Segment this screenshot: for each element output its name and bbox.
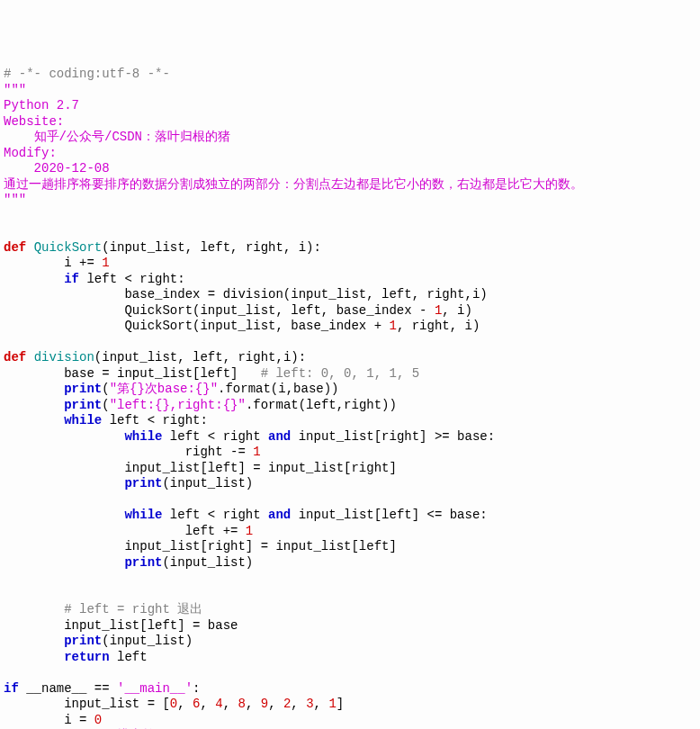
code-token: left < right: bbox=[102, 413, 208, 428]
code-token bbox=[4, 382, 64, 396]
code-token: (input_list) bbox=[102, 634, 193, 648]
code-token bbox=[4, 634, 64, 648]
code-token: while bbox=[64, 413, 102, 428]
code-token bbox=[4, 476, 124, 490]
code-token: print bbox=[64, 398, 102, 412]
code-line bbox=[4, 335, 696, 351]
code-token: input_list[left] = base bbox=[4, 618, 238, 633]
code-token: , bbox=[246, 697, 261, 711]
code-token: 0 bbox=[170, 697, 177, 711]
code-line: # left = right 退出 bbox=[4, 602, 696, 618]
code-token bbox=[4, 602, 64, 616]
code-token: i += bbox=[4, 256, 102, 270]
code-token: ( bbox=[102, 382, 109, 396]
code-token: while bbox=[124, 429, 162, 444]
code-token: 2020-12-08 bbox=[4, 161, 110, 176]
code-token: and bbox=[268, 508, 291, 522]
code-token: """ bbox=[4, 193, 26, 207]
code-token: QuickSort(input_list, left, base_index - bbox=[4, 303, 435, 318]
code-line: """ bbox=[4, 193, 696, 209]
code-token: input_list[left] <= base: bbox=[291, 508, 487, 522]
code-token bbox=[4, 555, 124, 570]
code-token: ] bbox=[337, 697, 344, 711]
code-line bbox=[4, 587, 696, 603]
code-token: "left:{},right:{}" bbox=[110, 398, 246, 412]
code-line: # -*- coding:utf-8 -*- bbox=[4, 67, 696, 83]
code-token: input_list = [ bbox=[4, 697, 170, 711]
code-line: print(input_list) bbox=[4, 476, 696, 492]
code-token: """ bbox=[4, 83, 26, 97]
code-token: left < right bbox=[162, 508, 268, 522]
code-token bbox=[4, 413, 64, 428]
code-line: Modify: bbox=[4, 146, 696, 162]
code-line: if __name__ == '__main__': bbox=[4, 681, 696, 698]
code-token: if bbox=[64, 272, 79, 286]
code-token bbox=[4, 272, 64, 286]
code-token: def bbox=[4, 240, 26, 255]
code-token: , bbox=[291, 697, 306, 711]
code-line: left += 1 bbox=[4, 524, 696, 540]
code-token: ( bbox=[102, 398, 109, 412]
code-token: (input_list, left, right, i): bbox=[102, 240, 321, 255]
code-token: .format(left,right)) bbox=[246, 398, 397, 412]
code-token: 4 bbox=[215, 697, 222, 711]
code-token bbox=[4, 650, 64, 664]
code-line bbox=[4, 665, 696, 681]
python-code-block: # -*- coding:utf-8 -*-"""Python 2.7Websi… bbox=[4, 67, 696, 729]
code-line: base_index = division(input_list, left, … bbox=[4, 287, 696, 303]
code-token: base_index = division(input_list, left, … bbox=[4, 287, 488, 302]
code-line: def QuickSort(input_list, left, right, i… bbox=[4, 240, 696, 256]
code-token: .format(i,base)) bbox=[218, 382, 338, 396]
code-token: # -*- coding:utf-8 -*- bbox=[4, 67, 170, 81]
code-line: input_list[left] = base bbox=[4, 618, 696, 634]
code-token: left < right: bbox=[79, 272, 185, 286]
code-line: input_list[left] = input_list[right] bbox=[4, 461, 696, 477]
code-line: print("left:{},right:{}".format(left,rig… bbox=[4, 398, 696, 414]
code-line: while left < right and input_list[left] … bbox=[4, 508, 696, 524]
code-token: 1 bbox=[389, 319, 396, 333]
code-line: print(input_list) bbox=[4, 634, 696, 650]
code-line bbox=[4, 209, 696, 225]
code-token: : bbox=[193, 681, 200, 696]
code-token: print bbox=[64, 382, 102, 396]
code-line: input_list = [0, 6, 4, 8, 9, 2, 3, 1] bbox=[4, 697, 696, 713]
code-token: "第{}次base:{}" bbox=[110, 382, 218, 396]
code-token: return bbox=[64, 650, 109, 664]
code-token: left bbox=[110, 650, 148, 664]
code-token: , bbox=[223, 697, 238, 711]
code-token: 1 bbox=[246, 524, 253, 538]
code-token bbox=[26, 350, 33, 364]
code-token: (input_list) bbox=[162, 555, 253, 570]
code-token: 8 bbox=[238, 697, 246, 711]
code-token: # left: 0, 0, 1, 1, 5 bbox=[261, 366, 419, 381]
code-token: , right, i) bbox=[397, 319, 480, 333]
code-token: 1 bbox=[102, 256, 109, 270]
code-token bbox=[26, 240, 33, 255]
code-token: , bbox=[314, 697, 329, 711]
code-token: 通过一趟排序将要排序的数据分割成独立的两部分：分割点左边都是比它小的数，右边都是… bbox=[4, 177, 583, 192]
code-token: input_list[left] = input_list[right] bbox=[4, 461, 397, 475]
code-token bbox=[4, 429, 124, 444]
code-line: input_list[right] = input_list[left] bbox=[4, 539, 696, 555]
code-line: Python 2.7 bbox=[4, 98, 696, 114]
code-line: print(input_list) bbox=[4, 555, 696, 572]
code-line: base = input_list[left] # left: 0, 0, 1,… bbox=[4, 366, 696, 382]
code-line: i = 0 bbox=[4, 713, 696, 729]
code-line: while left < right and input_list[right]… bbox=[4, 429, 696, 446]
code-line: while left < right: bbox=[4, 413, 696, 429]
code-token: Modify: bbox=[4, 146, 57, 160]
code-token: (input_list) bbox=[162, 476, 253, 490]
code-token bbox=[4, 398, 64, 412]
code-token: print bbox=[64, 634, 102, 648]
code-token: QuickSort bbox=[34, 240, 103, 255]
code-token: while bbox=[124, 508, 162, 522]
code-token: left += bbox=[4, 524, 246, 538]
code-line: i += 1 bbox=[4, 256, 696, 272]
code-token: __name__ == bbox=[19, 681, 117, 696]
code-token: Website: bbox=[4, 114, 64, 129]
code-token: and bbox=[268, 429, 291, 444]
code-token: base = input_list[left] bbox=[4, 366, 261, 381]
code-token: 1 bbox=[253, 445, 260, 459]
code-token: right -= bbox=[4, 445, 253, 459]
code-token: # left = right 退出 bbox=[64, 602, 202, 616]
